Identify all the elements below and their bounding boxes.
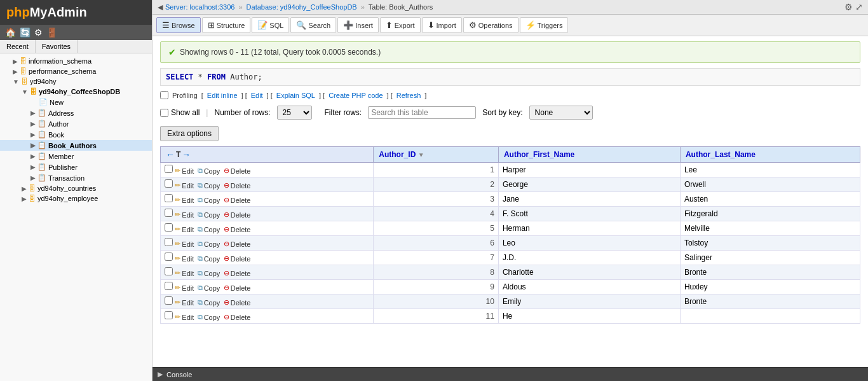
insert-btn[interactable]: ➕ Insert (337, 17, 379, 33)
profiling-checkbox[interactable] (160, 91, 168, 99)
database-link[interactable]: Database: yd94ohy_CoffeeShopDB (247, 3, 357, 11)
nav-right-icon[interactable]: → (182, 149, 191, 160)
structure-btn[interactable]: ⊞ Structure (202, 17, 251, 33)
copy-btn[interactable]: ⧉ Copy (198, 269, 220, 277)
table-publisher[interactable]: ▶ 📋 Publisher (0, 162, 152, 172)
row-checkbox[interactable] (165, 194, 173, 202)
delete-btn[interactable]: ⊖ Delete (224, 167, 251, 175)
edit-link[interactable]: Edit (251, 92, 263, 99)
copy-btn[interactable]: ⧉ Copy (198, 196, 220, 204)
delete-btn[interactable]: ⊖ Delete (224, 254, 251, 263)
row-checkbox[interactable] (165, 223, 173, 232)
copy-btn[interactable]: ⧉ Copy (198, 313, 220, 321)
edit-btn[interactable]: ✏ Edit (175, 167, 194, 175)
edit-icon: ✏ (175, 181, 180, 190)
row-checkbox[interactable] (165, 311, 173, 319)
search-btn[interactable]: 🔍 Search (290, 17, 336, 33)
import-icon: ⬇ (428, 20, 435, 30)
delete-btn[interactable]: ⊖ Delete (224, 269, 251, 277)
row-checkbox[interactable] (165, 179, 173, 188)
db-yd94ohy[interactable]: ▼ 🗄 yd94ohy (0, 76, 152, 87)
author-first-name-cell: Aldous (498, 280, 680, 294)
row-checkbox[interactable] (165, 209, 173, 217)
edit-btn[interactable]: ✏ Edit (175, 284, 194, 292)
db-information-schema[interactable]: ▶ 🗄 information_schema (0, 56, 152, 66)
delete-btn[interactable]: ⊖ Delete (224, 240, 251, 248)
sql-btn[interactable]: 📝 SQL (252, 17, 289, 33)
col-first-name-header[interactable]: Author_First_Name (498, 147, 680, 163)
console-label-text[interactable]: Console (166, 371, 192, 378)
table-row: ✏ Edit ⧉ Copy ⊖ Delete 9AldousHuxley (161, 280, 860, 294)
row-checkbox[interactable] (165, 296, 173, 305)
copy-btn[interactable]: ⧉ Copy (198, 211, 220, 219)
refresh-link[interactable]: Refresh (397, 92, 421, 99)
table-transaction[interactable]: ▶ 📋 Transaction (0, 172, 152, 183)
edit-btn[interactable]: ✏ Edit (175, 225, 194, 233)
table-new[interactable]: 📄 New (0, 97, 152, 107)
edit-btn[interactable]: ✏ Edit (175, 254, 194, 263)
triggers-btn[interactable]: ⚡ Triggers (520, 17, 569, 33)
row-checkbox[interactable] (165, 282, 173, 290)
exit-icon[interactable]: 🚪 (46, 27, 57, 38)
operations-btn[interactable]: ⚙ Operations (463, 17, 519, 33)
favorites-tab[interactable]: Favorites (36, 40, 78, 53)
delete-btn[interactable]: ⊖ Delete (224, 211, 251, 219)
extra-options-button[interactable]: Extra options (160, 126, 219, 141)
browse-btn[interactable]: ☰ Browse (156, 17, 201, 33)
collapse-sidebar-btn[interactable]: ◀ (158, 3, 163, 11)
db-countries[interactable]: ▶ 🗄 yd94ohy_countries (0, 183, 152, 193)
row-checkbox[interactable] (165, 267, 173, 275)
copy-btn[interactable]: ⧉ Copy (198, 181, 220, 190)
home-icon[interactable]: 🏠 (5, 27, 16, 38)
copy-btn[interactable]: ⧉ Copy (198, 225, 220, 233)
copy-btn[interactable]: ⧉ Copy (198, 284, 220, 292)
edit-btn[interactable]: ✏ Edit (175, 298, 194, 307)
explain-sql-link[interactable]: Explain SQL (276, 92, 315, 99)
delete-btn[interactable]: ⊖ Delete (224, 225, 251, 233)
settings-icon[interactable]: ⚙ (34, 27, 43, 38)
row-checkbox[interactable] (165, 253, 173, 261)
export-btn[interactable]: ⬆ Export (380, 17, 421, 33)
table-address[interactable]: ▶ 📋 Address (0, 107, 152, 118)
delete-btn[interactable]: ⊖ Delete (224, 313, 251, 321)
create-php-link[interactable]: Create PHP code (329, 92, 383, 99)
reload-icon[interactable]: 🔄 (20, 27, 31, 38)
db-coffeeshop[interactable]: ▼ 🗄 yd94ohy_CoffeeShopDB (0, 87, 152, 97)
copy-btn[interactable]: ⧉ Copy (198, 254, 220, 263)
table-member[interactable]: ▶ 📋 Member (0, 151, 152, 162)
fullscreen-btn[interactable]: ⤢ (855, 2, 863, 12)
table-book-authors[interactable]: ▶ 📋 Book_Authors (0, 140, 152, 151)
edit-btn[interactable]: ✏ Edit (175, 240, 194, 248)
copy-btn[interactable]: ⧉ Copy (198, 240, 220, 248)
delete-btn[interactable]: ⊖ Delete (224, 181, 251, 190)
show-all-checkbox[interactable] (160, 109, 168, 117)
edit-btn[interactable]: ✏ Edit (175, 181, 194, 190)
edit-btn[interactable]: ✏ Edit (175, 211, 194, 219)
edit-btn[interactable]: ✏ Edit (175, 196, 194, 204)
edit-btn[interactable]: ✏ Edit (175, 269, 194, 277)
col-author-id-header[interactable]: Author_ID ▼ (374, 147, 499, 163)
recent-tab[interactable]: Recent (0, 40, 36, 53)
settings-btn[interactable]: ⚙ (844, 2, 853, 12)
copy-btn[interactable]: ⧉ Copy (198, 298, 220, 307)
delete-btn[interactable]: ⊖ Delete (224, 284, 251, 292)
rows-per-page-select[interactable]: 25 50 100 250 500 (277, 106, 312, 120)
sort-by-key-select[interactable]: None PRIMARY (529, 106, 593, 120)
edit-btn[interactable]: ✏ Edit (175, 313, 194, 321)
edit-inline-link[interactable]: Edit inline (207, 92, 238, 99)
server-link[interactable]: Server: localhost:3306 (165, 3, 234, 11)
row-checkbox[interactable] (165, 165, 173, 173)
import-btn[interactable]: ⬇ Import (422, 17, 462, 33)
delete-btn[interactable]: ⊖ Delete (224, 196, 251, 204)
db-employee[interactable]: ▶ 🗄 yd94ohy_employee (0, 193, 152, 204)
db-performance-schema[interactable]: ▶ 🗄 performance_schema (0, 66, 152, 76)
copy-btn[interactable]: ⧉ Copy (198, 167, 220, 175)
author-last-name-cell: Bronte (680, 294, 860, 309)
row-checkbox[interactable] (165, 238, 173, 246)
table-author[interactable]: ▶ 📋 Author (0, 118, 152, 129)
delete-btn[interactable]: ⊖ Delete (224, 298, 251, 307)
nav-left-icon[interactable]: ← (166, 149, 175, 160)
search-input[interactable] (368, 106, 476, 119)
col-last-name-header[interactable]: Author_Last_Name (680, 147, 860, 163)
table-book[interactable]: ▶ 📋 Book (0, 129, 152, 140)
